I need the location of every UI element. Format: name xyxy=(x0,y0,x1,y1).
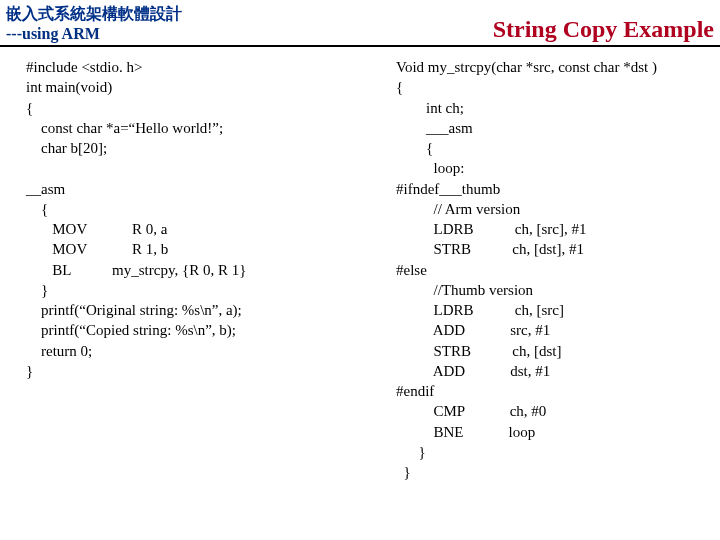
header-english: ---using ARM xyxy=(6,25,100,42)
right-code-block: Void my_strcpy(char *src, const char *ds… xyxy=(396,57,712,482)
header-title: String Copy Example xyxy=(493,16,714,43)
slide-body: #include <stdio. h> int main(void) { con… xyxy=(0,47,720,482)
left-code-block: #include <stdio. h> int main(void) { con… xyxy=(8,57,396,482)
header-chinese: 嵌入式系統架構軟體設計 xyxy=(6,5,182,22)
slide-header: 嵌入式系統架構軟體設計 ---using ARM String Copy Exa… xyxy=(0,0,720,47)
header-left: 嵌入式系統架構軟體設計 ---using ARM xyxy=(6,4,182,43)
